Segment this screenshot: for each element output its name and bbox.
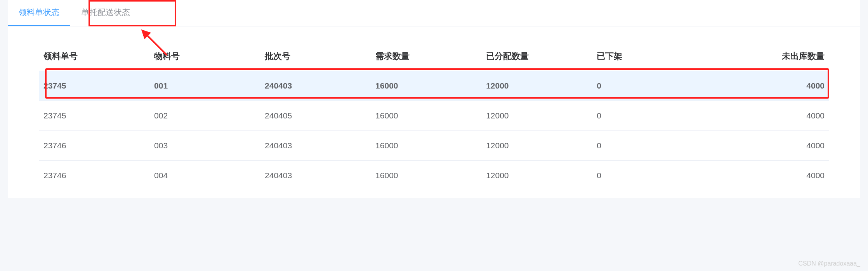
table-cell: 16000 [371,71,481,101]
table-cell: 16000 [371,161,481,191]
table-cell: 23746 [39,161,149,191]
table-cell: 240405 [260,101,371,131]
table-cell: 23745 [39,101,149,131]
table-cell: 004 [149,161,260,191]
tab-label: 单托配送状态 [81,8,130,17]
table-cell: 12000 [481,101,592,131]
table-cell: 16000 [371,101,481,131]
table-cell: 003 [149,131,260,161]
table-cell: 4000 [703,71,829,101]
table-cell: 23745 [39,71,149,101]
table-cell: 0 [592,131,703,161]
header-demand-qty: 需求数量 [371,42,481,71]
material-table: 领料单号 物料号 批次号 需求数量 已分配数量 已下架 未出库数量 237450… [39,42,829,190]
table-row[interactable]: 23746003240403160001200004000 [39,131,829,161]
table-cell: 4000 [703,131,829,161]
table-row[interactable]: 23745002240405160001200004000 [39,101,829,131]
table-header-row: 领料单号 物料号 批次号 需求数量 已分配数量 已下架 未出库数量 [39,42,829,71]
table-row[interactable]: 23745001240403160001200004000 [39,71,829,101]
table-cell: 001 [149,71,260,101]
table-cell: 240403 [260,161,371,191]
header-off-shelf: 已下架 [592,42,703,71]
table-cell: 240403 [260,71,371,101]
table-cell: 002 [149,101,260,131]
header-order-no: 领料单号 [39,42,149,71]
tab-bar: 领料单状态 单托配送状态 [8,0,860,26]
table-cell: 4000 [703,161,829,191]
table-cell: 12000 [481,71,592,101]
table-wrapper: 领料单号 物料号 批次号 需求数量 已分配数量 已下架 未出库数量 237450… [8,26,860,198]
table-cell: 240403 [260,131,371,161]
table-cell: 0 [592,101,703,131]
table-cell: 0 [592,71,703,101]
header-material-no: 物料号 [149,42,260,71]
table-cell: 0 [592,161,703,191]
table-cell: 4000 [703,101,829,131]
table-cell: 12000 [481,161,592,191]
header-allocated-qty: 已分配数量 [481,42,592,71]
tab-material-status[interactable]: 领料单状态 [8,0,70,26]
table-row[interactable]: 23746004240403160001200004000 [39,161,829,191]
table-cell: 23746 [39,131,149,161]
tab-label: 领料单状态 [19,8,59,17]
tab-delivery-status[interactable]: 单托配送状态 [70,0,141,26]
header-unshipped-qty: 未出库数量 [703,42,829,71]
table-cell: 16000 [371,131,481,161]
header-batch-no: 批次号 [260,42,371,71]
table-cell: 12000 [481,131,592,161]
